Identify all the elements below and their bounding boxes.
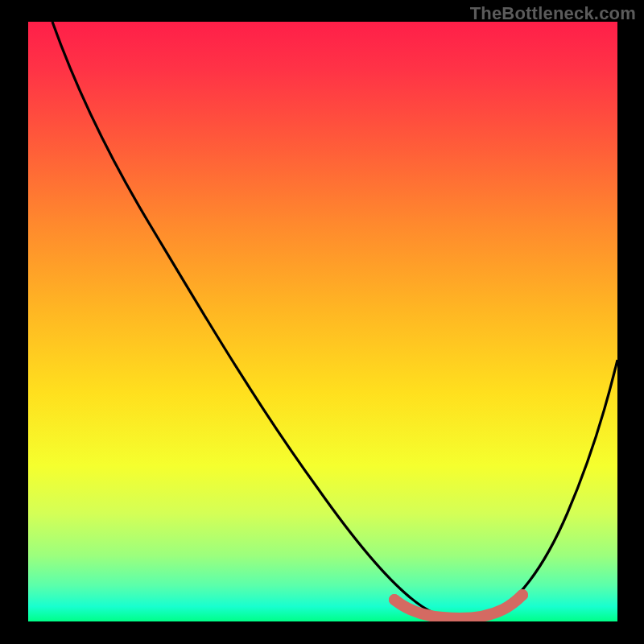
watermark-text: TheBottleneck.com <box>470 3 636 24</box>
chart-frame: TheBottleneck.com <box>0 0 644 644</box>
optimal-marker <box>394 595 522 618</box>
marker-dot-left <box>389 594 400 605</box>
plot-area <box>28 22 617 621</box>
curve-path <box>52 22 617 617</box>
bottleneck-curve <box>28 22 617 621</box>
marker-dot-right <box>517 589 528 601</box>
